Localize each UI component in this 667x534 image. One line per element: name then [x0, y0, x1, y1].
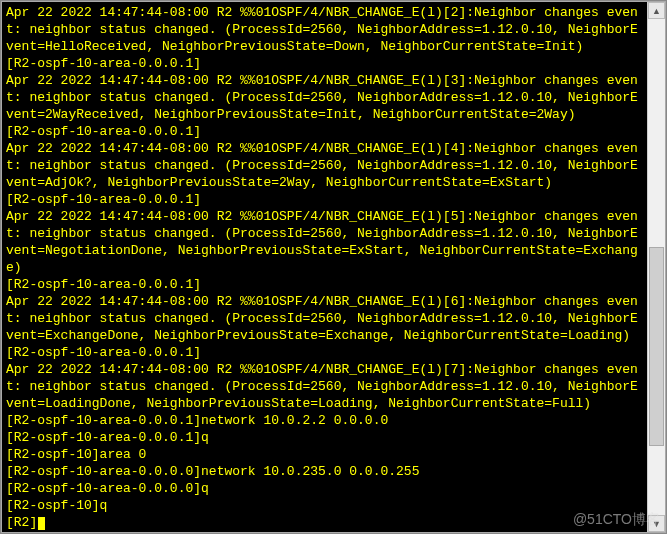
cursor: [38, 517, 45, 530]
terminal-line: [R2]: [6, 514, 643, 531]
terminal-line: Apr 22 2022 14:47:44-08:00 R2 %%01OSPF/4…: [6, 4, 643, 55]
vertical-scrollbar[interactable]: ▲ ▼: [647, 2, 665, 532]
scroll-track[interactable]: [648, 19, 665, 515]
terminal-line: Apr 22 2022 14:47:44-08:00 R2 %%01OSPF/4…: [6, 72, 643, 123]
terminal-line: [R2-ospf-10-area-0.0.0.1]q: [6, 429, 643, 446]
terminal-line: [R2-ospf-10-area-0.0.0.1]: [6, 191, 643, 208]
terminal-line: Apr 22 2022 14:47:44-08:00 R2 %%01OSPF/4…: [6, 208, 643, 276]
terminal-line: [R2-ospf-10-area-0.0.0.1]: [6, 276, 643, 293]
terminal-line: [R2-ospf-10-area-0.0.0.0]q: [6, 480, 643, 497]
terminal-line: [R2-ospf-10-area-0.0.0.1]: [6, 344, 643, 361]
scroll-up-button[interactable]: ▲: [648, 2, 665, 19]
terminal-line: [R2-ospf-10-area-0.0.0.1]: [6, 55, 643, 72]
terminal-line: [R2-ospf-10-area-0.0.0.1]: [6, 123, 643, 140]
scroll-down-button[interactable]: ▼: [648, 515, 665, 532]
scroll-thumb[interactable]: [649, 247, 664, 445]
terminal-line: Apr 22 2022 14:47:44-08:00 R2 %%01OSPF/4…: [6, 293, 643, 344]
terminal-line: Apr 22 2022 14:47:44-08:00 R2 %%01OSPF/4…: [6, 140, 643, 191]
terminal-line: Apr 22 2022 14:47:44-08:00 R2 %%01OSPF/4…: [6, 361, 643, 412]
terminal-window: Apr 22 2022 14:47:44-08:00 R2 %%01OSPF/4…: [0, 0, 667, 534]
terminal-line: [R2-ospf-10-area-0.0.0.1]network 10.0.2.…: [6, 412, 643, 429]
terminal-line: [R2-ospf-10]area 0: [6, 446, 643, 463]
terminal-wrap: Apr 22 2022 14:47:44-08:00 R2 %%01OSPF/4…: [1, 1, 666, 533]
terminal-line: [R2-ospf-10-area-0.0.0.0]network 10.0.23…: [6, 463, 643, 480]
terminal-line: [R2-ospf-10]q: [6, 497, 643, 514]
terminal-output[interactable]: Apr 22 2022 14:47:44-08:00 R2 %%01OSPF/4…: [2, 2, 647, 532]
